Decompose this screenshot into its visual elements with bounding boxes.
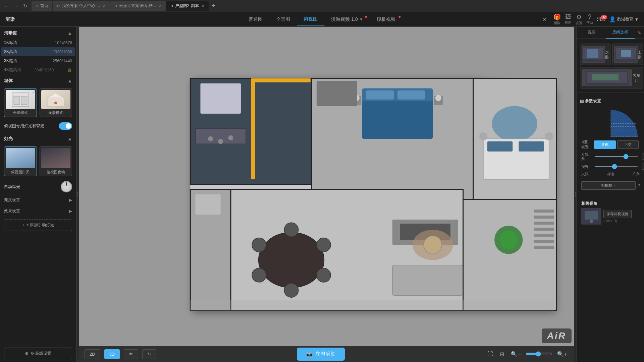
advanced-settings-button[interactable]: ⚙ ⚙ 高级设置 <box>4 348 72 359</box>
tab-personal-close[interactable]: ✕ <box>103 4 106 8</box>
camera-correct-button[interactable]: 相机校正 <box>581 181 636 190</box>
render-now-button[interactable]: 📷 立即渲染 <box>297 348 345 361</box>
render-btn-label: 立即渲染 <box>315 351 335 357</box>
tab-cloud-close[interactable]: ✕ <box>159 4 162 8</box>
user-area[interactable]: 👤 韵湖教育 ▼ <box>609 16 639 22</box>
room-card-secondary-bedroom[interactable]: 次卧 <box>580 44 610 65</box>
floor-plan-svg <box>79 27 574 362</box>
brightness-settings-row[interactable]: 亮度设置 ▶ <box>0 194 76 205</box>
res-item-2k[interactable]: 2K高清 644*362 <box>1 47 75 56</box>
view-tab-video[interactable]: 漫游视频 1.0 ▼ <box>324 14 370 25</box>
eye-level-human[interactable]: 人眼 <box>581 172 589 177</box>
close-panel-button[interactable]: ✕ <box>543 17 547 22</box>
view-tab-bird[interactable]: 俯视图 <box>297 13 324 25</box>
tab-cloud[interactable]: ⊙ 云设计方案详情-酷... ✕ <box>110 1 166 11</box>
mode-2d-button[interactable]: 2D <box>85 349 100 359</box>
exposure-knob[interactable] <box>61 181 72 192</box>
svg-point-42 <box>317 268 331 282</box>
light-card-day[interactable]: ✓ 俯视图白天 <box>4 146 37 176</box>
mode-3d-button[interactable]: 3D <box>104 349 120 359</box>
add-light-label: + 添加手动灯光 <box>26 222 54 228</box>
wall-mode-full[interactable]: ✓ 全墙模式 <box>4 88 37 117</box>
svg-point-30 <box>479 132 487 140</box>
fan-svg <box>584 107 638 137</box>
camera-correct-help-icon[interactable]: ? <box>638 183 640 188</box>
azimuth-row: 方位角 <box>580 152 641 162</box>
add-light-button[interactable]: + + 添加手动灯光 <box>4 219 72 231</box>
svg-rect-19 <box>397 90 425 100</box>
nav-reload-button[interactable]: ↻ <box>21 3 29 9</box>
auto-exposure-row: 自动曝光 <box>0 179 76 194</box>
zoom-in-button[interactable]: 🔍+ <box>555 350 569 359</box>
save-camera-area: 保存相机视角 (Ctrl + D) <box>603 210 640 223</box>
bird-light-toggle[interactable] <box>59 122 72 130</box>
eye-level-wide[interactable]: 广角 <box>633 172 640 177</box>
view-tab-panorama[interactable]: 全景图 <box>269 14 297 25</box>
user-avatar-icon: 👤 <box>609 16 616 22</box>
floor-plan-container[interactable]: AiR <box>79 27 574 362</box>
fov-input[interactable] <box>642 164 644 170</box>
view-icon-button[interactable]: 🖼 视图 <box>565 13 572 25</box>
save-camera-button[interactable]: 保存相机视角 <box>603 210 632 218</box>
light-card-night[interactable]: 俯视图夜晚 <box>40 146 72 176</box>
camera-correct-row: 相机校正 ? <box>580 179 641 192</box>
wall-modes: ✓ 全墙模式 无墙模式 <box>0 86 76 120</box>
res-item-3k[interactable]: 3K超清 2560*1440 <box>1 56 75 65</box>
fullscreen-button[interactable]: ⛶ <box>486 350 495 358</box>
light-collapse-btn[interactable]: ▲ <box>67 136 72 141</box>
zoom-slider[interactable] <box>526 351 552 357</box>
tab-floorplan-close[interactable]: ✕ <box>202 4 205 8</box>
help-button[interactable]: ? 帮助 <box>586 13 593 25</box>
right-tab-view[interactable]: 视图 <box>577 27 606 39</box>
fov-slider[interactable] <box>595 166 638 167</box>
message-count: 32 <box>601 15 607 19</box>
perspective-label: 视图设置 <box>581 139 591 149</box>
eye-mode-button[interactable]: 👁 <box>124 349 138 359</box>
resolution-collapse-btn[interactable]: ▲ <box>67 31 72 36</box>
perspective-btn-ortho[interactable]: 正交 <box>617 140 639 149</box>
eye-level-row: 人眼 标准 广角 <box>580 172 641 177</box>
room-card-master-bedroom[interactable]: 主卧 <box>612 44 643 65</box>
room-thumbnail-svg-2 <box>614 46 638 63</box>
rotate-button[interactable]: ↻ <box>142 349 156 359</box>
params-section: ▤ 参数设置 视图设置 <box>577 94 644 194</box>
light-title-label: 灯光 <box>4 136 13 142</box>
right-tab-edit-icon[interactable]: ✎ <box>635 27 644 39</box>
tab-floorplan[interactable]: ⊙ 户型图2-副本 ✕ <box>166 1 209 11</box>
view-tab-normal[interactable]: 普通图 <box>242 14 269 25</box>
tab-personal[interactable]: ⊙ 我的方案-个人中心-... ✕ <box>53 1 110 11</box>
svg-point-38 <box>284 283 298 297</box>
effect-settings-row[interactable]: 效果设置 ▶ <box>0 205 76 217</box>
view-tab-template[interactable]: 模板视频 <box>370 14 402 25</box>
fit-button[interactable]: ⊞ <box>498 350 506 359</box>
add-tab-button[interactable]: + <box>209 2 218 9</box>
exposure-indicator <box>66 182 67 186</box>
resolution-section-title: 清晰度 ▲ <box>0 27 76 38</box>
toolbar-title: 渲染 <box>5 16 15 22</box>
wall-title-label: 墙体 <box>4 78 13 84</box>
tab-personal-icon: ⊙ <box>57 4 60 8</box>
perspective-btn-perspective[interactable]: 透视 <box>594 140 616 149</box>
message-badge[interactable]: 消息 32 <box>597 16 605 22</box>
nav-back-button[interactable]: ← <box>3 3 11 9</box>
svg-point-41 <box>317 238 331 252</box>
wall-collapse-btn[interactable]: ▲ <box>67 78 72 83</box>
room-card-living-dining[interactable]: 客餐厅 <box>580 67 643 88</box>
svg-rect-1 <box>14 96 20 105</box>
gift-button[interactable]: 🎁 领取 <box>553 13 561 25</box>
left-panel-grip[interactable] <box>76 27 79 362</box>
zoom-out-button[interactable]: 🔍− <box>509 350 523 359</box>
svg-point-11 <box>218 139 223 144</box>
eye-level-standard[interactable]: 标准 <box>607 172 614 177</box>
right-tab-room[interactable]: 房间选择 <box>606 27 635 39</box>
right-panel-grip[interactable] <box>574 27 577 362</box>
settings-button[interactable]: ⚙ 设置 <box>576 13 582 25</box>
svg-rect-59 <box>195 194 220 215</box>
right-tab-room-label: 房间选择 <box>612 30 628 35</box>
azimuth-input[interactable] <box>642 154 644 160</box>
wall-mode-none[interactable]: 无墙模式 <box>40 88 72 117</box>
azimuth-slider[interactable] <box>595 156 638 157</box>
tab-home[interactable]: ⊙ 首页 <box>32 1 52 11</box>
res-item-1k[interactable]: 1K标清 1024*576 <box>1 38 75 47</box>
nav-forward-button[interactable]: → <box>12 3 20 9</box>
